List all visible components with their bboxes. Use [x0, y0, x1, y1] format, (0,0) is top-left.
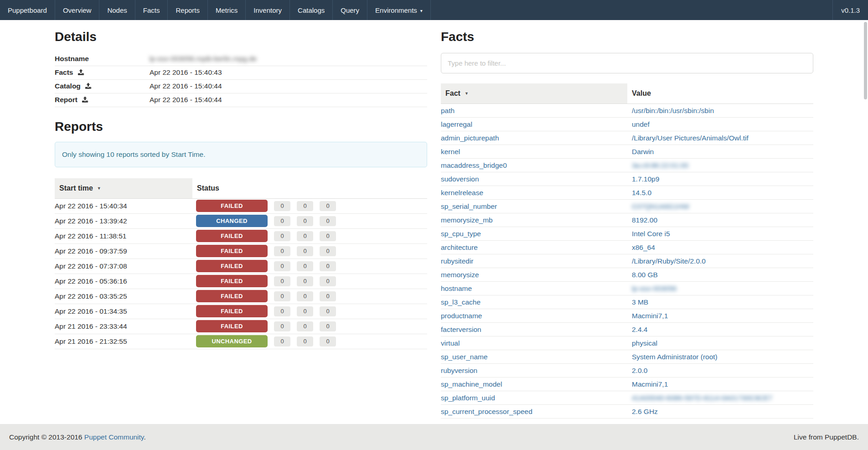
navbar-item[interactable]: Overview: [55, 0, 100, 20]
fact-value-link[interactable]: C07QN1A6G1HW: [632, 202, 689, 210]
navbar-item-link[interactable]: Facts: [143, 6, 160, 14]
report-start-time: Apr 22 2016 - 03:35:25: [55, 289, 192, 304]
fact-value-link[interactable]: physical: [632, 339, 657, 347]
status-badge: FAILED: [196, 320, 268, 332]
navbar-item-link[interactable]: Nodes: [107, 6, 127, 14]
navbar-item-environments[interactable]: Environments ▾: [367, 0, 431, 20]
fact-name-link[interactable]: admin_picturepath: [441, 134, 499, 142]
status-badge: FAILED: [196, 245, 268, 257]
count-badge: 0: [297, 216, 313, 226]
count-badge: 0: [274, 201, 290, 211]
reports-column-status: Status: [192, 178, 427, 199]
fact-name-link[interactable]: virtual: [441, 339, 460, 347]
navbar-item[interactable]: Reports: [168, 0, 208, 20]
fact-value-link[interactable]: 3 MB: [632, 298, 648, 306]
fact-value-link[interactable]: 2.4.4: [632, 326, 647, 333]
navbar-item-link[interactable]: Query: [341, 6, 359, 14]
fact-name-link[interactable]: rubyversion: [441, 367, 477, 374]
count-badge: 0: [297, 261, 313, 271]
fact-value-link[interactable]: Darwin: [632, 148, 654, 155]
fact-value-link[interactable]: System Administrator (root): [632, 353, 718, 361]
navbar-item[interactable]: Catalogs: [290, 0, 333, 20]
fact-value-link[interactable]: Macmini7,1: [632, 312, 668, 320]
fact-value-link[interactable]: 1.7.10p9: [632, 175, 659, 183]
fact-name-link[interactable]: memorysize_mb: [441, 216, 493, 224]
fact-value-link[interactable]: 2.0.0: [632, 367, 647, 374]
fact-name-link[interactable]: lagerregal: [441, 120, 472, 128]
navbar-item-link[interactable]: Catalogs: [298, 6, 325, 14]
report-counts: 000: [268, 262, 336, 269]
fact-value-link[interactable]: undef: [632, 120, 650, 128]
fact-name-link[interactable]: macaddress_bridge0: [441, 161, 507, 169]
navbar-brand[interactable]: Puppetboard: [0, 0, 55, 20]
navbar-item-link[interactable]: Metrics: [216, 6, 238, 14]
fact-name-link[interactable]: sp_user_name: [441, 353, 488, 361]
start-time-header-label: Start time: [59, 184, 93, 192]
fact-name-link[interactable]: memorysize: [441, 271, 479, 279]
fact-value-link[interactable]: 14.5.0: [632, 189, 651, 197]
fact-name-link[interactable]: kernelrelease: [441, 189, 483, 197]
scrollbar-thumb[interactable]: [864, 22, 867, 99]
details-row: Hostname lp-osx-003056.mpib-berlin.mpg.d…: [55, 52, 427, 66]
navbar-item[interactable]: Nodes: [99, 0, 135, 20]
fact-name-link[interactable]: facterversion: [441, 326, 481, 333]
fact-name-link[interactable]: sp_serial_number: [441, 202, 497, 210]
fact-name-link[interactable]: sp_l3_cache: [441, 298, 480, 306]
fact-value-link[interactable]: /usr/bin:/bin:/usr/sbin:/sbin: [632, 107, 714, 114]
fact-name-link[interactable]: sp_cpu_type: [441, 230, 481, 238]
fact-value-link[interactable]: 3a:c9:86:22:01:00: [632, 161, 688, 169]
fact-value-link[interactable]: Macmini7,1: [632, 380, 668, 388]
fact-row: admin_picturepath /Library/User Pictures…: [441, 131, 813, 145]
report-start-time: Apr 22 2016 - 15:40:34: [55, 198, 192, 213]
facts-filter-input[interactable]: [441, 53, 813, 73]
navbar-item[interactable]: Inventory: [246, 0, 290, 20]
fact-name-link[interactable]: rubysitedir: [441, 257, 474, 265]
fact-row: sp_serial_number C07QN1A6G1HW: [441, 200, 813, 213]
reports-column-start-time[interactable]: Start time▼: [55, 178, 192, 199]
navbar-item-link[interactable]: Inventory: [253, 6, 282, 14]
navbar-item[interactable]: Query: [333, 0, 367, 20]
fact-name-link[interactable]: sp_machine_model: [441, 380, 502, 388]
fact-name-link[interactable]: productname: [441, 312, 482, 320]
fact-value-link[interactable]: 2.6 GHz: [632, 408, 658, 415]
fact-value-link[interactable]: 8.00 GB: [632, 271, 658, 279]
fact-row: rubyversion 2.0.0: [441, 364, 813, 378]
fact-value-link[interactable]: x86_64: [632, 243, 655, 251]
status-badge: FAILED: [196, 275, 268, 287]
fact-name-link[interactable]: path: [441, 107, 455, 114]
navbar-item[interactable]: Metrics: [208, 0, 246, 20]
count-badge: 0: [297, 321, 313, 331]
fact-value-link[interactable]: /Library/Ruby/Site/2.0.0: [632, 257, 706, 265]
fact-value-link[interactable]: lp-osx-003056: [632, 284, 677, 292]
navbar-item-link[interactable]: Overview: [63, 6, 92, 14]
fact-row: macaddress_bridge0 3a:c9:86:22:01:00: [441, 159, 813, 172]
reports-title: Reports: [55, 119, 427, 134]
fact-value-link[interactable]: Intel Core i5: [632, 230, 670, 238]
facts-column-fact[interactable]: Fact▼: [441, 83, 627, 104]
puppet-community-link[interactable]: Puppet Community: [84, 433, 144, 441]
fact-name-link[interactable]: sp_platform_uuid: [441, 394, 495, 402]
fact-row: facterversion 2.4.4: [441, 323, 813, 336]
fact-row: sp_cpu_type Intel Core i5: [441, 227, 813, 241]
facts-column-value: Value: [627, 83, 813, 104]
fact-value-link[interactable]: 41A00040-6086-597D-8114-0A01730C9CE7: [632, 394, 772, 402]
count-badge: 0: [274, 231, 290, 241]
count-badge: 0: [274, 276, 290, 286]
fact-row: virtual physical: [441, 336, 813, 350]
count-badge: 0: [274, 246, 290, 256]
facts-table: Fact▼ Value path /usr/bin:/bin:/usr/sbin…: [441, 83, 813, 419]
fact-value-link[interactable]: /Library/User Pictures/Animals/Owl.tif: [632, 134, 749, 142]
copyright-text: Copyright © 2013-2016 Puppet Community.: [9, 433, 146, 441]
fact-value-link[interactable]: 8192.00: [632, 216, 657, 224]
fact-row: sp_platform_uuid 41A00040-6086-597D-8114…: [441, 391, 813, 405]
status-badge: FAILED: [196, 290, 268, 302]
fact-name-link[interactable]: kernel: [441, 148, 460, 155]
fact-name-link[interactable]: architecture: [441, 243, 478, 251]
fact-name-link[interactable]: sudoversion: [441, 175, 479, 183]
details-row-value: lp-osx-003056.mpib-berlin.mpg.de: [150, 55, 257, 62]
copyright-suffix: .: [144, 433, 145, 441]
fact-name-link[interactable]: sp_current_processor_speed: [441, 408, 532, 415]
navbar-item[interactable]: Facts: [135, 0, 168, 20]
fact-name-link[interactable]: hostname: [441, 284, 472, 292]
navbar-item-link[interactable]: Reports: [176, 6, 200, 14]
